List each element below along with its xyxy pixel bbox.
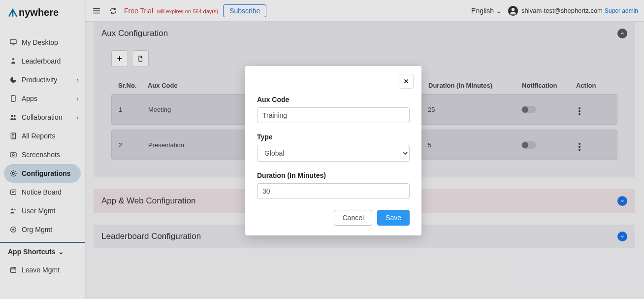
duration-input[interactable] — [257, 183, 410, 199]
save-button[interactable]: Save — [377, 210, 410, 226]
aux-code-input[interactable] — [257, 107, 410, 123]
cancel-button[interactable]: Cancel — [334, 210, 372, 226]
modal-close-button[interactable] — [399, 74, 414, 89]
aux-code-modal: Aux Code Type Global Duration (In Minute… — [245, 66, 421, 235]
close-icon — [403, 78, 409, 84]
type-label: Type — [257, 133, 410, 141]
aux-code-label: Aux Code — [257, 96, 410, 103]
type-select[interactable]: Global — [257, 145, 410, 162]
duration-label: Duration (In Minutes) — [257, 171, 410, 179]
